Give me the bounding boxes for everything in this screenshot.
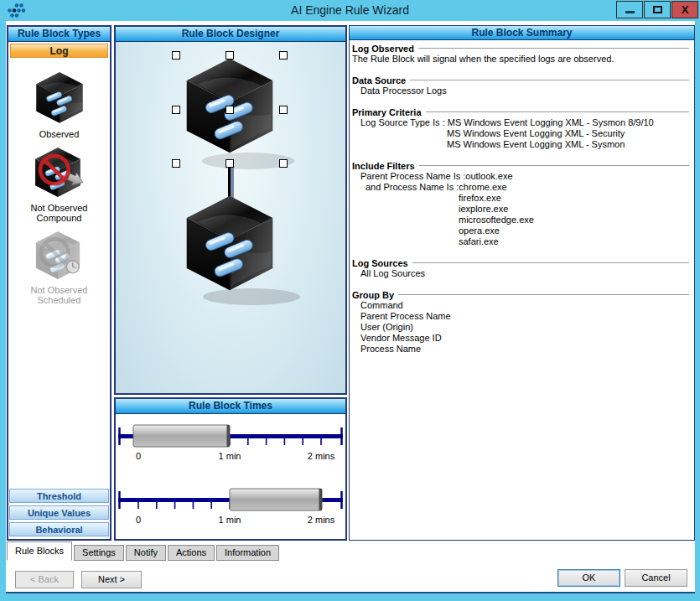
rule-type-observed[interactable]: Observed bbox=[8, 70, 110, 139]
left-panel-spacer bbox=[8, 305, 110, 486]
summary-section-rule bbox=[398, 294, 689, 296]
titlebar: AI Engine Rule Wizard X bbox=[0, 0, 700, 21]
slider-handle-edge bbox=[227, 425, 231, 447]
summary-section: Primary CriteriaLog Source Type Is : MS … bbox=[352, 106, 691, 150]
tick-label-2mins: 2 mins bbox=[308, 515, 335, 525]
tick-label-0: 0 bbox=[136, 451, 141, 461]
rule-block-connector bbox=[228, 166, 234, 199]
ai-engine-rule-wizard-window: AI Engine Rule Wizard X Rule Block Types… bbox=[0, 0, 700, 601]
close-button[interactable]: X bbox=[671, 1, 698, 18]
next-button[interactable]: Next > bbox=[81, 571, 142, 588]
time-slider-1[interactable]: 0 1 min 2 mins bbox=[118, 423, 343, 463]
tick-label-2mins: 2 mins bbox=[308, 451, 335, 461]
summary-line: Data Processor Logs bbox=[352, 85, 691, 96]
summary-line: MS Windows Event Logging XML - Sysmon bbox=[352, 139, 691, 150]
summary-line: MS Windows Event Logging XML - Security bbox=[352, 128, 691, 139]
rule-block-types-header: Rule Block Types bbox=[8, 27, 110, 42]
summary-section-rule bbox=[418, 48, 689, 49]
unique-values-category-button[interactable]: Unique Values bbox=[9, 505, 109, 520]
summary-section: Data SourceData Processor Logs bbox=[352, 75, 691, 96]
rule-block-cube-2[interactable] bbox=[187, 196, 273, 290]
ok-button[interactable]: OK bbox=[557, 569, 620, 587]
summary-line: Parent Process Name Is :outlook.exe bbox=[352, 171, 691, 182]
rule-type-label: Not Observed Compound bbox=[16, 203, 103, 223]
observed-cube-icon bbox=[32, 70, 87, 126]
rule-type-not-observed-compound[interactable]: Not Observed Compound bbox=[8, 146, 110, 223]
summary-line: Vendor Message ID bbox=[352, 333, 691, 344]
rule-block-times-panel: Rule Block Times 0 1 min 2 mins 0 bbox=[114, 397, 347, 541]
summary-section-rule bbox=[419, 165, 689, 167]
not-observed-compound-icon bbox=[29, 146, 90, 199]
summary-line: All Log Sources bbox=[352, 268, 691, 279]
summary-line: User (Origin) bbox=[352, 322, 691, 333]
minimize-button[interactable] bbox=[616, 1, 643, 18]
summary-section-title: Include Filters bbox=[352, 161, 415, 171]
rule-block-times-header: Rule Block Times bbox=[116, 399, 345, 414]
summary-line: safari.exe bbox=[352, 236, 691, 247]
log-category-button[interactable]: Log bbox=[10, 44, 108, 58]
rule-block-summary-header: Rule Block Summary bbox=[350, 26, 694, 40]
designer-canvas[interactable] bbox=[116, 42, 345, 393]
threshold-category-button[interactable]: Threshold bbox=[9, 489, 109, 503]
summary-section: Group ByCommandParent Process NameUser (… bbox=[352, 289, 691, 355]
rule-type-label: Not Observed Scheduled bbox=[16, 285, 103, 305]
summary-line: microsoftedge.exe bbox=[352, 215, 691, 225]
time-slider-2[interactable]: 0 1 min 2 mins bbox=[118, 487, 343, 526]
minimize-icon bbox=[625, 11, 635, 13]
summary-section: Log ObservedThe Rule Block will signal w… bbox=[352, 43, 691, 65]
tab-rule-blocks[interactable]: Rule Blocks bbox=[7, 541, 72, 561]
tick-label-0: 0 bbox=[136, 515, 141, 525]
back-button[interactable]: < Back bbox=[15, 571, 74, 588]
rule-block-designer-header: Rule Block Designer bbox=[116, 27, 345, 42]
maximize-button[interactable] bbox=[644, 1, 671, 18]
summary-line: opera.exe bbox=[352, 225, 691, 236]
rule-type-not-observed-scheduled: Not Observed Scheduled bbox=[8, 230, 110, 305]
wizard-content: Rule Block Types Log Observed Not Observ… bbox=[6, 21, 695, 593]
summary-section-title: Data Source bbox=[352, 75, 406, 85]
summary-body: Log ObservedThe Rule Block will signal w… bbox=[350, 40, 694, 355]
slider-handle[interactable] bbox=[133, 425, 230, 447]
summary-line: iexplore.exe bbox=[352, 204, 691, 215]
tab-actions[interactable]: Actions bbox=[168, 545, 215, 561]
summary-section-title: Group By bbox=[352, 290, 394, 300]
slider-handle-edge bbox=[319, 489, 323, 510]
tab-information[interactable]: Information bbox=[216, 545, 279, 561]
rule-block-designer-panel: Rule Block Designer bbox=[114, 25, 347, 395]
summary-line: The Rule Block will signal when the spec… bbox=[352, 54, 691, 65]
summary-section-rule bbox=[410, 80, 689, 81]
summary-line: firefox.exe bbox=[352, 193, 691, 204]
summary-section-title: Primary Criteria bbox=[352, 107, 422, 117]
cancel-button[interactable]: Cancel bbox=[625, 569, 687, 587]
rule-block-types-panel: Rule Block Types Log Observed Not Observ… bbox=[7, 25, 111, 541]
wizard-tabstrip: Rule Blocks Settings Notify Actions Info… bbox=[7, 541, 281, 561]
summary-line: Parent Process Name bbox=[352, 311, 691, 322]
tab-notify[interactable]: Notify bbox=[126, 545, 166, 561]
summary-line: Process Name bbox=[352, 344, 691, 355]
summary-section-rule bbox=[412, 262, 689, 264]
summary-section: Log SourcesAll Log Sources bbox=[352, 257, 691, 279]
rule-type-label: Observed bbox=[16, 129, 103, 139]
summary-section-title: Log Observed bbox=[352, 44, 414, 54]
summary-line: Command bbox=[352, 300, 691, 311]
behavioral-category-button[interactable]: Behavioral bbox=[9, 522, 109, 536]
window-title: AI Engine Rule Wizard bbox=[0, 0, 700, 21]
rule-block-summary-panel: Rule Block Summary Log ObservedThe Rule … bbox=[349, 25, 695, 541]
summary-section-rule bbox=[426, 111, 689, 113]
summary-line: Log Source Type Is : MS Windows Event Lo… bbox=[352, 117, 691, 128]
tab-settings[interactable]: Settings bbox=[74, 545, 124, 561]
tick-label-1min: 1 min bbox=[219, 451, 241, 461]
summary-line: and Process Name Is :chrome.exe bbox=[352, 182, 691, 193]
summary-section: Include FiltersParent Process Name Is :o… bbox=[352, 160, 691, 247]
tick-label-1min: 1 min bbox=[219, 515, 241, 525]
summary-section-title: Log Sources bbox=[352, 258, 408, 268]
not-observed-scheduled-icon bbox=[30, 230, 89, 282]
maximize-icon bbox=[653, 6, 662, 13]
slider-handle[interactable] bbox=[230, 489, 322, 510]
